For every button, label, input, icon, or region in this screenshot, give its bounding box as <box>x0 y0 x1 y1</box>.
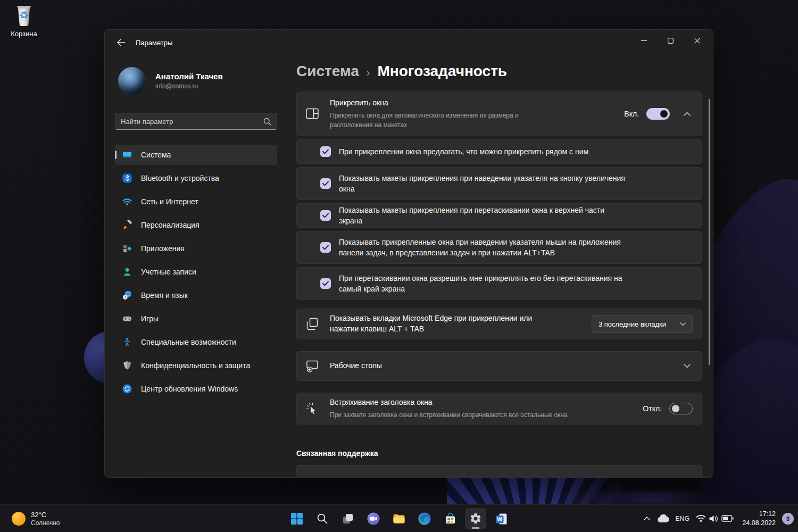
titlebar[interactable]: Параметры <box>105 30 713 55</box>
snap-layout-icon <box>305 108 319 120</box>
snap-option-label: Показывать макеты прикрепления при перет… <box>339 205 629 227</box>
recycle-bin-label: Корзина <box>6 30 41 38</box>
system-tray: ENG 17:12 24.08.2022 3 <box>641 505 794 532</box>
sidebar-item-label: Сеть и Интернет <box>141 197 198 206</box>
related-support-heading: Связанная поддержка <box>296 449 702 458</box>
window-title: Параметры <box>136 39 172 47</box>
wallpaper-glow <box>553 492 713 504</box>
checkbox-checked-icon[interactable] <box>320 210 331 221</box>
sidebar-item-label: Центр обновления Windows <box>141 385 238 393</box>
title-shake-card: Встряхивание заголовка окна При захвате … <box>296 393 702 425</box>
shield-icon <box>122 360 132 371</box>
sidebar-item-windows-update[interactable]: Центр обновления Windows <box>115 379 277 399</box>
word-button[interactable]: W <box>491 508 512 529</box>
sidebar-item-bluetooth-devices[interactable]: Bluetooth и устройства <box>115 168 277 188</box>
display-icon <box>122 149 132 160</box>
tabs-icon <box>305 318 319 330</box>
tray-date: 24.08.2022 <box>742 519 776 527</box>
toggle-knob <box>660 110 668 118</box>
network-volume-battery-button[interactable] <box>693 510 737 527</box>
shake-title: Встряхивание заголовка окна <box>330 397 568 408</box>
snap-option-label: Показывать прикрепленные окна при наведе… <box>339 237 629 259</box>
chat-button[interactable] <box>363 508 384 529</box>
minimize-button[interactable] <box>632 32 655 49</box>
windows-logo-icon <box>290 512 303 525</box>
onedrive-button[interactable] <box>653 510 672 527</box>
sidebar-item-system[interactable]: Система <box>115 145 277 165</box>
chevron-down-icon[interactable] <box>684 364 691 368</box>
store-button[interactable] <box>439 508 461 529</box>
checkbox-checked-icon[interactable] <box>320 146 331 157</box>
sun-icon <box>12 512 26 526</box>
clock-globe-icon <box>122 290 132 301</box>
recycle-symbol-icon: ♻ <box>19 9 28 21</box>
clock[interactable]: 17:12 24.08.2022 <box>742 510 776 527</box>
gamepad-icon <box>122 313 132 324</box>
folder-icon <box>392 512 406 526</box>
edge-icon <box>418 512 431 526</box>
snap-option-row[interactable]: При перетаскивании окна разрешить мне пр… <box>296 267 702 300</box>
snap-option-label: При прикреплении окна предлагать, что мо… <box>339 146 588 157</box>
language-button[interactable]: ENG <box>672 510 693 527</box>
desktops-title: Рабочие столы <box>330 361 382 371</box>
accessibility-icon <box>122 337 132 347</box>
sidebar-item-gaming[interactable]: Игры <box>115 309 277 329</box>
task-view-icon <box>342 512 354 525</box>
close-icon <box>694 38 700 44</box>
snap-option-row[interactable]: Показывать прикрепленные окна при наведе… <box>296 231 702 264</box>
edge-button[interactable] <box>414 508 435 529</box>
apps-icon <box>122 243 132 254</box>
breadcrumb-parent[interactable]: Система <box>296 63 359 80</box>
snap-title: Прикрепить окна <box>330 98 543 109</box>
weather-condition: Солнечно <box>31 519 60 527</box>
weather-widget[interactable]: 32°C Солнечно <box>6 505 65 532</box>
search-icon <box>263 118 271 126</box>
sidebar-nav: Система Bluetooth и устройства Сеть и Ин… <box>115 145 277 399</box>
close-button[interactable] <box>685 32 709 49</box>
checkbox-checked-icon[interactable] <box>320 242 331 253</box>
account-card[interactable]: Анатолий Ткачев info@comss.ru <box>115 67 277 95</box>
search-button[interactable] <box>312 508 333 529</box>
settings-button[interactable] <box>465 508 486 529</box>
snap-option-row[interactable]: При прикреплении окна предлагать, что мо… <box>296 139 702 164</box>
snap-toggle-state: Вкл. <box>624 110 639 118</box>
sidebar-item-label: Bluetooth и устройства <box>141 174 219 182</box>
maximize-button[interactable] <box>659 32 682 49</box>
search-input[interactable]: Найти параметр <box>115 113 277 130</box>
start-button[interactable] <box>286 508 307 529</box>
sidebar-item-time-language[interactable]: Время и язык <box>115 285 277 305</box>
desktop: ♻ Корзина Параметры <box>0 0 798 532</box>
checkbox-checked-icon[interactable] <box>320 278 331 289</box>
edge-tabs-title: Показывать вкладки Microsoft Edge при пр… <box>330 313 548 334</box>
related-support-card[interactable] <box>296 465 702 478</box>
tray-overflow-button[interactable] <box>641 510 653 527</box>
sidebar-item-personalization[interactable]: Персонализация <box>115 215 277 235</box>
shake-toggle[interactable] <box>669 403 693 414</box>
sidebar-item-label: Учетные записи <box>141 268 196 276</box>
taskbar-app-icons: W <box>286 508 512 529</box>
sidebar-item-network-internet[interactable]: Сеть и Интернет <box>115 192 277 212</box>
edge-tabs-dropdown[interactable]: 3 последние вкладки <box>592 315 693 333</box>
sidebar-item-apps[interactable]: Приложения <box>115 238 277 259</box>
virtual-desktops-card[interactable]: Рабочие столы <box>296 351 702 381</box>
sidebar-item-accessibility[interactable]: Специальные возможности <box>115 332 277 352</box>
task-view-button[interactable] <box>337 508 359 529</box>
gear-icon <box>469 512 482 525</box>
snap-option-label: Показывать макеты прикрепления при навед… <box>339 173 629 195</box>
toggle-knob <box>672 405 679 412</box>
snap-windows-card[interactable]: Прикрепить окна Прикрепить окна для авто… <box>296 92 702 136</box>
sidebar-item-privacy-security[interactable]: Конфиденциальность и защита <box>115 355 277 376</box>
back-button[interactable] <box>110 34 131 52</box>
snap-option-row[interactable]: Показывать макеты прикрепления при перет… <box>296 203 702 228</box>
weather-temperature: 32°C <box>31 511 60 519</box>
snap-toggle[interactable] <box>646 108 670 120</box>
notification-count-badge[interactable]: 3 <box>782 513 794 525</box>
scrollbar[interactable] <box>709 99 710 365</box>
chevron-up-icon[interactable] <box>684 112 691 116</box>
wifi-icon <box>122 196 132 207</box>
sidebar-item-accounts[interactable]: Учетные записи <box>115 262 277 282</box>
snap-option-row[interactable]: Показывать макеты прикрепления при навед… <box>296 167 702 200</box>
file-explorer-button[interactable] <box>388 508 410 529</box>
recycle-bin-shortcut[interactable]: ♻ Корзина <box>6 3 41 38</box>
checkbox-checked-icon[interactable] <box>320 178 331 189</box>
